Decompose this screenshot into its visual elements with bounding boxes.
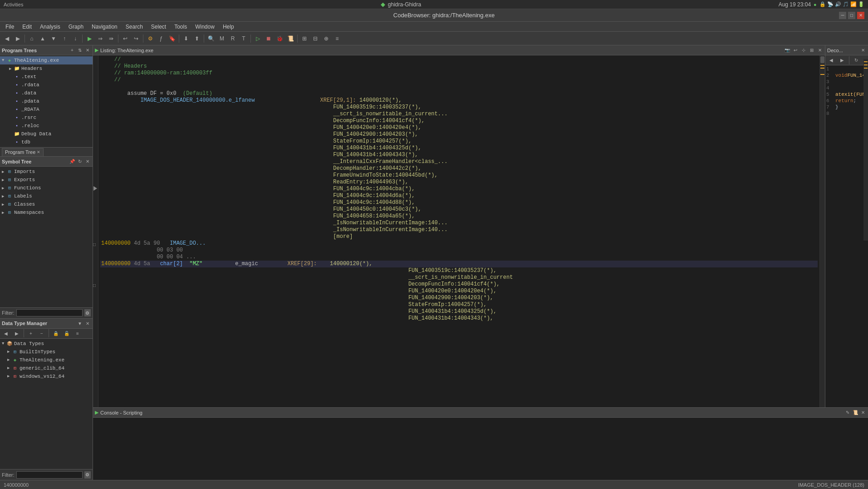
decomp-forward[interactable]: ▶ <box>837 55 847 65</box>
tb-next[interactable]: ↓ <box>70 34 80 44</box>
st-classes[interactable]: ▶ ⊞ Classes <box>0 200 93 208</box>
pt-expand-icon[interactable]: ⇅ <box>77 47 83 54</box>
filter-btn-1[interactable]: ⚙ <box>84 309 91 316</box>
dtm-unlock[interactable]: 🔓 <box>62 328 72 338</box>
st-labels[interactable]: ▶ ⊞ Labels <box>0 192 93 200</box>
dtm-expand-icon[interactable]: ▼ <box>77 320 83 326</box>
menu-select[interactable]: Select <box>147 23 170 31</box>
listing-snap-icon[interactable]: 📷 <box>784 47 790 54</box>
decomp-close-icon[interactable]: ✕ <box>860 47 866 54</box>
tb-play[interactable]: ▷ <box>253 34 263 44</box>
tb-forward[interactable]: ▶ <box>13 34 23 44</box>
tb-up[interactable]: ▲ <box>38 34 48 44</box>
activities-label[interactable]: Activities <box>4 2 23 7</box>
tb-run[interactable]: ▶ <box>84 34 94 44</box>
tb-step2[interactable]: ⇛ <box>106 34 116 44</box>
tb-home[interactable]: ⌂ <box>27 34 37 44</box>
menu-window[interactable]: Window <box>191 23 218 31</box>
st-functions[interactable]: ▶ ⊞ Functions <box>0 184 93 192</box>
st-exports[interactable]: ▶ ⊞ Exports <box>0 176 93 184</box>
tb-step[interactable]: ⇒ <box>95 34 105 44</box>
tb-more4[interactable]: ≡ <box>332 34 342 44</box>
listing-content[interactable]: // // Headers // ram:140000000-ram:14000… <box>98 55 819 407</box>
dtm-windows[interactable]: ▶ ⊞ windows_vs12_64 <box>0 372 93 380</box>
dtm-prev[interactable]: ◀ <box>1 328 11 338</box>
tb-script[interactable]: 📜 <box>285 34 295 44</box>
tree-item-data[interactable]: ▪ .data <box>0 89 93 97</box>
menu-analysis[interactable]: Analysis <box>36 23 64 31</box>
tb-analyze[interactable]: ⚙ <box>145 34 155 44</box>
program-tree-tab[interactable]: Program Tree ✕ <box>2 148 44 156</box>
tab-close[interactable]: ✕ <box>37 150 40 154</box>
dtm-list[interactable]: ≡ <box>73 328 83 338</box>
pt-close-icon[interactable]: ✕ <box>84 47 91 54</box>
pt-add-icon[interactable]: + <box>69 47 75 54</box>
tb-type[interactable]: T <box>239 34 249 44</box>
tb-mem[interactable]: M <box>217 34 227 44</box>
tree-item-exe[interactable]: ▼ ◈ TheAltening.exe <box>0 56 93 64</box>
tree-item-tdb[interactable]: ▪ tdb <box>0 138 93 146</box>
console-script-icon[interactable]: 📜 <box>852 410 858 416</box>
tb-search[interactable]: 🔍 <box>206 34 216 44</box>
menu-graph[interactable]: Graph <box>65 23 87 31</box>
tree-item-debugdata[interactable]: 📁 Debug Data <box>0 130 93 138</box>
tree-item-rsrc[interactable]: ▪ .rsrc <box>0 114 93 122</box>
listing-restore-icon[interactable]: ↩ <box>792 47 799 54</box>
st-close-icon[interactable]: ✕ <box>84 158 91 165</box>
tb-export[interactable]: ⬆ <box>192 34 202 44</box>
decomp-refresh[interactable]: ↻ <box>851 55 861 65</box>
st-refresh-icon[interactable]: ↻ <box>77 158 83 165</box>
tb-bookmark[interactable]: 🔖 <box>167 34 177 44</box>
tb-prev[interactable]: ↑ <box>59 34 69 44</box>
tree-item-rdata2[interactable]: ▪ _RDATA <box>0 105 93 114</box>
tb-redo[interactable]: ↪ <box>131 34 141 44</box>
tree-item-text[interactable]: ▪ .text <box>0 73 93 81</box>
dtm-root[interactable]: ▼ 📦 Data Types <box>0 340 93 348</box>
tb-more3[interactable]: ⊕ <box>321 34 331 44</box>
menu-file[interactable]: File <box>2 23 18 31</box>
tb-refs[interactable]: R <box>228 34 238 44</box>
menu-edit[interactable]: Edit <box>19 23 35 31</box>
tree-item-rdata[interactable]: ▪ .rdata <box>0 81 93 89</box>
dtm-add[interactable]: + <box>26 328 36 338</box>
console-close-icon[interactable]: ✕ <box>860 410 866 416</box>
st-pin-icon[interactable]: 📌 <box>69 158 75 165</box>
menu-navigation[interactable]: Navigation <box>88 23 121 31</box>
dtm-del[interactable]: − <box>37 328 47 338</box>
listing-view-icon[interactable]: ⊞ <box>809 47 815 54</box>
dtm-builtin[interactable]: ▶ ⊞ BuiltInTypes <box>0 348 93 356</box>
filter-input-2[interactable] <box>16 471 83 479</box>
dtm-close-icon[interactable]: ✕ <box>84 320 91 326</box>
menu-tools[interactable]: Tools <box>171 23 191 31</box>
tb-down[interactable]: ▼ <box>49 34 59 44</box>
tb-stop[interactable]: ⏹ <box>264 34 274 44</box>
maximize-button[interactable]: □ <box>848 12 855 19</box>
tb-more2[interactable]: ⊟ <box>310 34 320 44</box>
tb-back[interactable]: ◀ <box>2 34 12 44</box>
tb-undo[interactable]: ↩ <box>120 34 130 44</box>
filter-btn-2[interactable]: ⚙ <box>84 471 91 479</box>
listing-cursor-icon[interactable]: ⊹ <box>800 47 807 54</box>
tb-bug[interactable]: 🐞 <box>275 34 284 44</box>
tb-function[interactable]: ƒ <box>156 34 166 44</box>
decomp-back[interactable]: ◀ <box>826 55 836 65</box>
close-button[interactable]: ✕ <box>857 12 864 19</box>
tree-item-pdata[interactable]: ▪ .pdata <box>0 97 93 105</box>
listing-close-icon[interactable]: ✕ <box>817 47 823 54</box>
tb-import[interactable]: ⬇ <box>181 34 191 44</box>
filter-input-1[interactable] <box>16 309 83 316</box>
console-content[interactable] <box>93 418 868 480</box>
tree-item-reloc[interactable]: ▪ .reloc <box>0 122 93 130</box>
tb-more1[interactable]: ⊞ <box>299 34 309 44</box>
menu-help[interactable]: Help <box>219 23 238 31</box>
st-namespaces[interactable]: ▶ ⊞ Namespaces <box>0 208 93 217</box>
menu-search[interactable]: Search <box>122 23 147 31</box>
tree-item-headers[interactable]: ▶ 📁 Headers <box>0 64 93 73</box>
code-listing[interactable]: □ □ // // Headers // ram:140000000-ram:1… <box>93 55 825 407</box>
minimize-button[interactable]: ─ <box>839 12 846 19</box>
dtm-lock[interactable]: 🔒 <box>51 328 61 338</box>
dtm-generic[interactable]: ▶ ⊞ generic_clib_64 <box>0 364 93 372</box>
dtm-exe[interactable]: ▶ ◈ TheAltening.exe <box>0 356 93 364</box>
dtm-next[interactable]: ▶ <box>12 328 22 338</box>
st-imports[interactable]: ▶ ⊞ Imports <box>0 168 93 176</box>
